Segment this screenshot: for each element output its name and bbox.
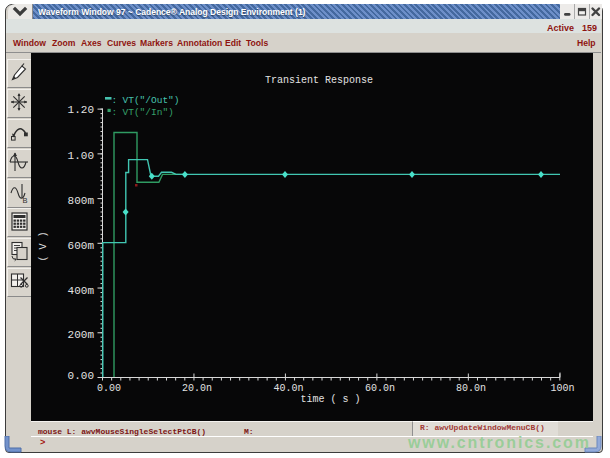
svg-text:VT("/Out"): VT("/Out") <box>123 95 180 106</box>
svg-text:Transient Response: Transient Response <box>265 75 373 86</box>
svg-text::: : <box>112 95 118 106</box>
svg-text:60.0n: 60.0n <box>365 383 395 394</box>
svg-text:600m: 600m <box>68 240 95 252</box>
svg-text:1.00: 1.00 <box>68 150 94 162</box>
svg-text:1.20: 1.20 <box>68 104 94 116</box>
svg-text::: : <box>112 107 118 118</box>
svg-text:VT("/In"): VT("/In") <box>123 107 174 118</box>
svg-text:B: B <box>23 196 28 205</box>
svg-text:200m: 200m <box>68 329 95 341</box>
svg-text:( V ): ( V ) <box>38 231 49 261</box>
svg-text:0.00: 0.00 <box>97 383 121 394</box>
svg-text:time ( s ): time ( s ) <box>300 394 360 405</box>
svg-text:0.00: 0.00 <box>68 370 94 382</box>
svg-text:400m: 400m <box>68 285 95 297</box>
svg-text:800m: 800m <box>68 195 95 207</box>
svg-text:100n: 100n <box>550 383 574 394</box>
svg-text:80.0n: 80.0n <box>456 383 486 394</box>
svg-text:20.0n: 20.0n <box>182 383 212 394</box>
svg-text:40.0n: 40.0n <box>273 383 303 394</box>
